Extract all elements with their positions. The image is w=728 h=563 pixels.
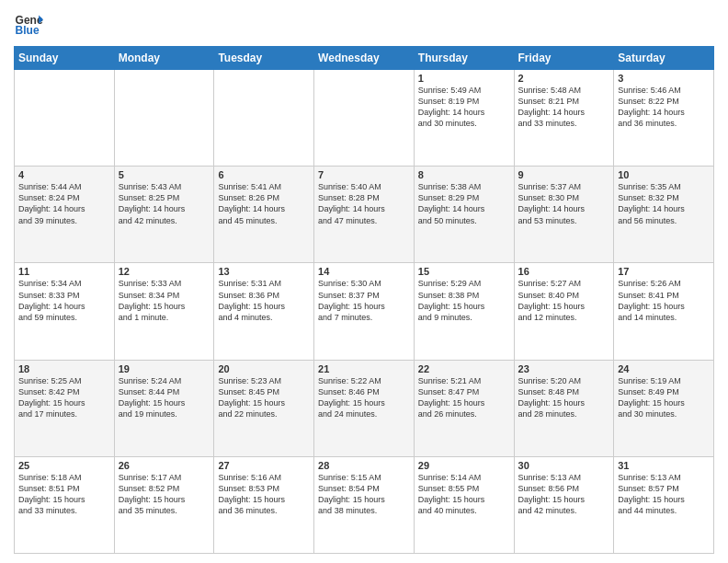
day-info: Sunrise: 5:44 AM Sunset: 8:24 PM Dayligh… [18, 181, 110, 226]
calendar-cell: 6Sunrise: 5:41 AM Sunset: 8:26 PM Daylig… [214, 167, 314, 263]
day-info: Sunrise: 5:30 AM Sunset: 8:37 PM Dayligh… [318, 278, 410, 323]
day-number: 19 [119, 363, 210, 374]
weekday-header-tuesday: Tuesday [214, 47, 314, 70]
weekday-header-friday: Friday [514, 47, 614, 70]
day-info: Sunrise: 5:19 AM Sunset: 8:49 PM Dayligh… [618, 375, 710, 420]
calendar-cell: 20Sunrise: 5:23 AM Sunset: 8:45 PM Dayli… [214, 360, 314, 456]
calendar-cell: 12Sunrise: 5:33 AM Sunset: 8:34 PM Dayli… [114, 263, 214, 360]
calendar-table: SundayMondayTuesdayWednesdayThursdayFrid… [14, 46, 714, 554]
day-info: Sunrise: 5:48 AM Sunset: 8:21 PM Dayligh… [518, 85, 610, 130]
day-info: Sunrise: 5:15 AM Sunset: 8:54 PM Dayligh… [318, 472, 410, 517]
day-info: Sunrise: 5:43 AM Sunset: 8:25 PM Dayligh… [119, 181, 210, 226]
day-number: 21 [318, 363, 410, 374]
day-info: Sunrise: 5:14 AM Sunset: 8:55 PM Dayligh… [418, 472, 510, 517]
day-number: 18 [18, 363, 110, 374]
calendar-cell: 10Sunrise: 5:35 AM Sunset: 8:32 PM Dayli… [614, 167, 714, 263]
calendar-cell: 29Sunrise: 5:14 AM Sunset: 8:55 PM Dayli… [414, 456, 514, 553]
day-number: 13 [218, 266, 310, 277]
day-info: Sunrise: 5:21 AM Sunset: 8:47 PM Dayligh… [418, 375, 510, 420]
calendar-cell: 4Sunrise: 5:44 AM Sunset: 8:24 PM Daylig… [15, 167, 115, 263]
day-number: 7 [318, 169, 410, 180]
day-number: 8 [418, 169, 510, 180]
calendar-cell: 31Sunrise: 5:13 AM Sunset: 8:57 PM Dayli… [614, 456, 714, 553]
calendar-cell: 9Sunrise: 5:37 AM Sunset: 8:30 PM Daylig… [514, 167, 614, 263]
day-info: Sunrise: 5:13 AM Sunset: 8:57 PM Dayligh… [618, 472, 710, 517]
day-info: Sunrise: 5:23 AM Sunset: 8:45 PM Dayligh… [218, 375, 310, 420]
calendar-cell: 8Sunrise: 5:38 AM Sunset: 8:29 PM Daylig… [414, 167, 514, 263]
calendar-cell: 24Sunrise: 5:19 AM Sunset: 8:49 PM Dayli… [614, 360, 714, 456]
calendar-cell [214, 70, 314, 167]
day-number: 17 [618, 266, 710, 277]
day-number: 16 [518, 266, 610, 277]
day-number: 28 [318, 460, 410, 471]
week-row-3: 18Sunrise: 5:25 AM Sunset: 8:42 PM Dayli… [15, 360, 714, 456]
logo: General Blue [14, 9, 43, 39]
day-number: 27 [218, 460, 310, 471]
weekday-header-saturday: Saturday [614, 47, 714, 70]
day-number: 31 [618, 460, 710, 471]
day-info: Sunrise: 5:31 AM Sunset: 8:36 PM Dayligh… [218, 278, 310, 323]
calendar-cell: 25Sunrise: 5:18 AM Sunset: 8:51 PM Dayli… [15, 456, 115, 553]
calendar-cell: 13Sunrise: 5:31 AM Sunset: 8:36 PM Dayli… [214, 263, 314, 360]
weekday-header-sunday: Sunday [15, 47, 115, 70]
day-info: Sunrise: 5:49 AM Sunset: 8:19 PM Dayligh… [418, 85, 510, 130]
day-info: Sunrise: 5:34 AM Sunset: 8:33 PM Dayligh… [18, 278, 110, 323]
calendar-cell [114, 70, 214, 167]
calendar-cell: 18Sunrise: 5:25 AM Sunset: 8:42 PM Dayli… [15, 360, 115, 456]
svg-text:Blue: Blue [16, 24, 40, 37]
calendar-cell: 28Sunrise: 5:15 AM Sunset: 8:54 PM Dayli… [314, 456, 415, 553]
day-number: 25 [18, 460, 110, 471]
weekday-header-thursday: Thursday [414, 47, 514, 70]
calendar-cell: 22Sunrise: 5:21 AM Sunset: 8:47 PM Dayli… [414, 360, 514, 456]
calendar-cell: 26Sunrise: 5:17 AM Sunset: 8:52 PM Dayli… [114, 456, 214, 553]
day-number: 4 [18, 169, 110, 180]
day-info: Sunrise: 5:16 AM Sunset: 8:53 PM Dayligh… [218, 472, 310, 517]
day-number: 26 [119, 460, 210, 471]
day-info: Sunrise: 5:37 AM Sunset: 8:30 PM Dayligh… [518, 181, 610, 226]
day-number: 29 [418, 460, 510, 471]
weekday-header-wednesday: Wednesday [314, 47, 415, 70]
day-info: Sunrise: 5:41 AM Sunset: 8:26 PM Dayligh… [218, 181, 310, 226]
calendar-cell: 19Sunrise: 5:24 AM Sunset: 8:44 PM Dayli… [114, 360, 214, 456]
calendar-cell: 2Sunrise: 5:48 AM Sunset: 8:21 PM Daylig… [514, 70, 614, 167]
calendar-cell: 27Sunrise: 5:16 AM Sunset: 8:53 PM Dayli… [214, 456, 314, 553]
day-info: Sunrise: 5:46 AM Sunset: 8:22 PM Dayligh… [618, 85, 710, 130]
page: General Blue SundayMondayTuesdayWednesda… [0, 0, 728, 563]
calendar-cell: 17Sunrise: 5:26 AM Sunset: 8:41 PM Dayli… [614, 263, 714, 360]
day-number: 11 [18, 266, 110, 277]
week-row-2: 11Sunrise: 5:34 AM Sunset: 8:33 PM Dayli… [15, 263, 714, 360]
day-number: 10 [618, 169, 710, 180]
day-info: Sunrise: 5:13 AM Sunset: 8:56 PM Dayligh… [518, 472, 610, 517]
day-info: Sunrise: 5:40 AM Sunset: 8:28 PM Dayligh… [318, 181, 410, 226]
day-info: Sunrise: 5:18 AM Sunset: 8:51 PM Dayligh… [18, 472, 110, 517]
day-info: Sunrise: 5:33 AM Sunset: 8:34 PM Dayligh… [119, 278, 210, 323]
day-info: Sunrise: 5:25 AM Sunset: 8:42 PM Dayligh… [18, 375, 110, 420]
day-info: Sunrise: 5:29 AM Sunset: 8:38 PM Dayligh… [418, 278, 510, 323]
day-number: 3 [618, 73, 710, 84]
week-row-1: 4Sunrise: 5:44 AM Sunset: 8:24 PM Daylig… [15, 167, 714, 263]
day-info: Sunrise: 5:27 AM Sunset: 8:40 PM Dayligh… [518, 278, 610, 323]
weekday-header-monday: Monday [114, 47, 214, 70]
day-number: 14 [318, 266, 410, 277]
day-info: Sunrise: 5:24 AM Sunset: 8:44 PM Dayligh… [119, 375, 210, 420]
day-number: 9 [518, 169, 610, 180]
day-info: Sunrise: 5:20 AM Sunset: 8:48 PM Dayligh… [518, 375, 610, 420]
logo-icon: General Blue [14, 9, 43, 39]
day-number: 24 [618, 363, 710, 374]
day-number: 23 [518, 363, 610, 374]
calendar-cell: 14Sunrise: 5:30 AM Sunset: 8:37 PM Dayli… [314, 263, 415, 360]
day-info: Sunrise: 5:35 AM Sunset: 8:32 PM Dayligh… [618, 181, 710, 226]
day-number: 22 [418, 363, 510, 374]
calendar-cell: 30Sunrise: 5:13 AM Sunset: 8:56 PM Dayli… [514, 456, 614, 553]
day-number: 30 [518, 460, 610, 471]
day-info: Sunrise: 5:17 AM Sunset: 8:52 PM Dayligh… [119, 472, 210, 517]
calendar-cell: 16Sunrise: 5:27 AM Sunset: 8:40 PM Dayli… [514, 263, 614, 360]
day-info: Sunrise: 5:22 AM Sunset: 8:46 PM Dayligh… [318, 375, 410, 420]
weekday-header-row: SundayMondayTuesdayWednesdayThursdayFrid… [15, 47, 714, 70]
day-number: 2 [518, 73, 610, 84]
calendar-cell: 23Sunrise: 5:20 AM Sunset: 8:48 PM Dayli… [514, 360, 614, 456]
calendar-cell [314, 70, 415, 167]
calendar-cell: 11Sunrise: 5:34 AM Sunset: 8:33 PM Dayli… [15, 263, 115, 360]
calendar-cell: 15Sunrise: 5:29 AM Sunset: 8:38 PM Dayli… [414, 263, 514, 360]
calendar-cell [15, 70, 115, 167]
